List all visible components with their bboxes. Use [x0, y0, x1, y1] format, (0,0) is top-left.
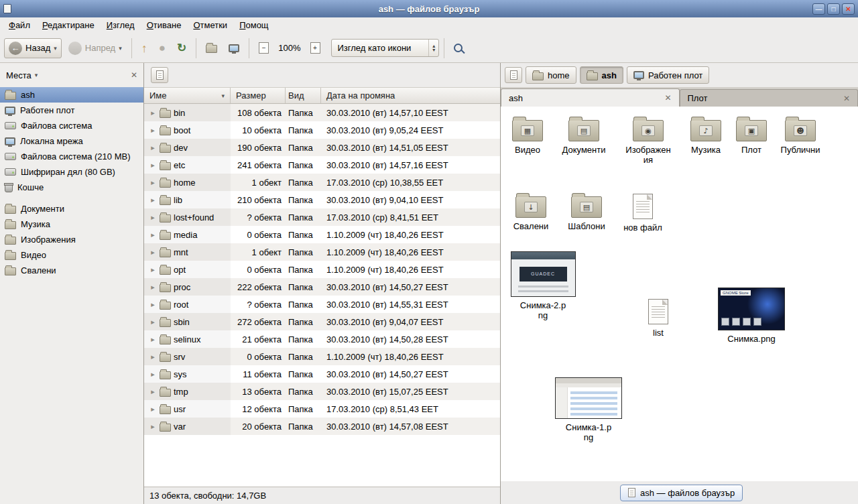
folder-item-images[interactable]: ◉ Изображения: [624, 115, 672, 165]
expander-icon[interactable]: ▸: [149, 370, 157, 379]
sidebar-item-documents[interactable]: Документи: [0, 201, 143, 216]
table-row[interactable]: ▸srv0 обектаПапка1.10.2009 (чт) 18,40,26…: [144, 348, 500, 365]
menu-go[interactable]: Отиване: [141, 17, 188, 34]
breadcrumb-desktop[interactable]: Работен плот: [627, 66, 709, 84]
tab-ash[interactable]: ash✕: [501, 88, 680, 107]
sidebar-item-video[interactable]: Видео: [0, 247, 143, 263]
folder-item-desktop[interactable]: ▣ Плот: [725, 115, 778, 155]
folder-item-templates[interactable]: ▤ Шаблони: [560, 191, 613, 231]
table-row[interactable]: ▸selinux21 обектаПапка30.03.2010 (вт) 14…: [144, 330, 500, 348]
up-button[interactable]: ↑: [137, 39, 152, 58]
expander-icon[interactable]: ▸: [149, 248, 157, 257]
table-row[interactable]: ▸home1 обектПапка17.03.2010 (ср) 10,38,5…: [144, 174, 500, 191]
table-row[interactable]: ▸mnt1 обектПапка1.10.2009 (чт) 18,40,26 …: [144, 243, 500, 261]
sidebar-item-network[interactable]: Локална мрежа: [0, 133, 143, 149]
table-row[interactable]: ▸boot10 обектаПапка30.03.2010 (вт) 9,05,…: [144, 121, 500, 139]
expander-icon[interactable]: ▸: [149, 231, 157, 239]
table-row[interactable]: ▸proc222 обектаПапка30.03.2010 (вт) 14,5…: [144, 278, 500, 296]
table-row[interactable]: ▸sys11 обектаПапка30.03.2010 (вт) 14,50,…: [144, 365, 500, 383]
column-header-date[interactable]: Дата на промяна: [321, 88, 500, 103]
root-location-button[interactable]: [151, 67, 168, 83]
expander-icon[interactable]: ▸: [149, 178, 157, 187]
sidebar-item-desktop[interactable]: Работен плот: [0, 103, 143, 118]
folder-item-downloads[interactable]: ↓ Свалени: [504, 191, 558, 231]
forward-button[interactable]: → Напред ▾: [64, 38, 127, 58]
breadcrumb-ash[interactable]: ash: [580, 66, 623, 84]
folder-item-public[interactable]: ☻ Публични: [774, 115, 827, 155]
tab-plot[interactable]: Плот✕: [680, 89, 858, 107]
close-tab-icon[interactable]: ✕: [843, 94, 850, 103]
sidebar-item-trash[interactable]: Кошче: [0, 180, 143, 195]
back-history-dropdown-icon[interactable]: ▾: [54, 45, 57, 52]
column-header-type[interactable]: Вид: [286, 88, 321, 103]
expander-icon[interactable]: ▸: [149, 213, 157, 222]
expander-icon[interactable]: ▸: [149, 283, 157, 292]
expander-icon[interactable]: ▸: [149, 387, 157, 396]
table-row[interactable]: ▸lost+found? обектаПапка17.03.2010 (ср) …: [144, 208, 500, 226]
expander-icon[interactable]: ▸: [149, 196, 157, 204]
table-row[interactable]: ▸opt0 обектаПапка1.10.2009 (чт) 18,40,26…: [144, 261, 500, 278]
menu-bookmarks[interactable]: Отметки: [187, 17, 233, 34]
titlebar[interactable]: ash — файлов браузър — □ ✕: [0, 0, 858, 17]
sidebar-item-images[interactable]: Изображения: [0, 232, 143, 247]
expander-icon[interactable]: ▸: [149, 161, 157, 170]
expander-icon[interactable]: ▸: [149, 126, 157, 135]
breadcrumb-home[interactable]: home: [526, 66, 576, 84]
zoom-in-button[interactable]: +: [306, 39, 325, 57]
column-header-size[interactable]: Размер: [231, 88, 286, 103]
expander-icon[interactable]: ▸: [149, 318, 157, 326]
file-item-snimka-2[interactable]: GUADEC Снимка-2.png: [509, 251, 576, 320]
close-tab-icon[interactable]: ✕: [664, 93, 671, 103]
file-item-snimka-1[interactable]: Снимка-1.png: [555, 377, 622, 442]
expander-icon[interactable]: ▸: [149, 143, 157, 152]
back-button[interactable]: ← Назад ▾: [4, 38, 62, 58]
sidebar-item-downloads[interactable]: Свалени: [0, 263, 143, 278]
sidebar-close-icon[interactable]: ✕: [131, 70, 137, 80]
view-mode-select[interactable]: Изглед като икони ▴▾: [331, 39, 440, 57]
table-row[interactable]: ▸tmp13 обектаПапка30.03.2010 (вт) 15,07,…: [144, 383, 500, 400]
table-row[interactable]: ▸bin108 обектаПапка30.03.2010 (вт) 14,57…: [144, 104, 500, 121]
table-row[interactable]: ▸sbin272 обектаПапка30.03.2010 (вт) 9,04…: [144, 313, 500, 330]
sidebar-item-music[interactable]: Музика: [0, 216, 143, 232]
folder-item-video[interactable]: ▦ Видео: [501, 115, 554, 155]
file-item-snimka[interactable]: GNOME Store Снимка.png: [718, 288, 785, 344]
sidebar-item-filesystem-210mb[interactable]: Файлова система (210 MB): [0, 149, 143, 164]
folder-item-documents[interactable]: ▤ Документи: [556, 115, 612, 155]
toggle-location-entry-button[interactable]: [505, 67, 522, 83]
taskbar-window-button[interactable]: ash — файлов браузър: [620, 485, 743, 501]
expander-icon[interactable]: ▸: [149, 265, 157, 274]
expander-icon[interactable]: ▸: [149, 353, 157, 361]
icon-view[interactable]: ▦ Видео ▤ Документи ◉ Изображения ♪ Музи…: [501, 107, 858, 481]
search-button[interactable]: [449, 40, 467, 56]
file-item-new-file[interactable]: нов файл: [616, 191, 670, 233]
table-row[interactable]: ▸lib210 обектаПапка30.03.2010 (вт) 9,04,…: [144, 191, 500, 208]
reload-button[interactable]: ↻: [172, 39, 191, 58]
column-header-name[interactable]: Име▾: [144, 88, 231, 103]
expander-icon[interactable]: ▸: [149, 335, 157, 344]
table-row[interactable]: ▸usr12 обектаПапка17.03.2010 (ср) 8,51,4…: [144, 400, 500, 418]
expander-icon[interactable]: ▸: [149, 300, 157, 309]
menu-view[interactable]: Изглед: [101, 17, 141, 34]
zoom-out-button[interactable]: −: [254, 39, 273, 57]
menu-help[interactable]: Помощ: [233, 17, 274, 34]
home-button[interactable]: [201, 40, 222, 56]
sidebar-dropdown-icon[interactable]: ▾: [35, 72, 38, 78]
file-item-list[interactable]: list: [631, 296, 685, 338]
maximize-button[interactable]: □: [827, 3, 840, 15]
menu-edit[interactable]: Редактиране: [36, 17, 101, 34]
table-row[interactable]: ▸dev190 обектаПапка30.03.2010 (вт) 14,51…: [144, 139, 500, 156]
expander-icon[interactable]: ▸: [149, 405, 157, 414]
minimize-button[interactable]: —: [812, 3, 825, 15]
expander-icon[interactable]: ▸: [149, 422, 157, 431]
expander-icon[interactable]: ▸: [149, 109, 157, 117]
sidebar-item-ash[interactable]: ash: [0, 87, 143, 103]
table-row[interactable]: ▸root? обектаПапка30.03.2010 (вт) 14,55,…: [144, 296, 500, 313]
table-row[interactable]: ▸var20 обектаПапка30.03.2010 (вт) 14,57,…: [144, 418, 500, 435]
sidebar-title[interactable]: Места: [6, 70, 32, 80]
menu-file[interactable]: Файл: [3, 17, 36, 34]
stop-button[interactable]: ●: [154, 39, 170, 58]
table-row[interactable]: ▸media0 обектаПапка1.10.2009 (чт) 18,40,…: [144, 226, 500, 243]
sidebar-item-encrypted-80gb[interactable]: Шифриран дял (80 GB): [0, 164, 143, 180]
close-button[interactable]: ✕: [842, 3, 855, 15]
computer-button[interactable]: [224, 41, 244, 56]
